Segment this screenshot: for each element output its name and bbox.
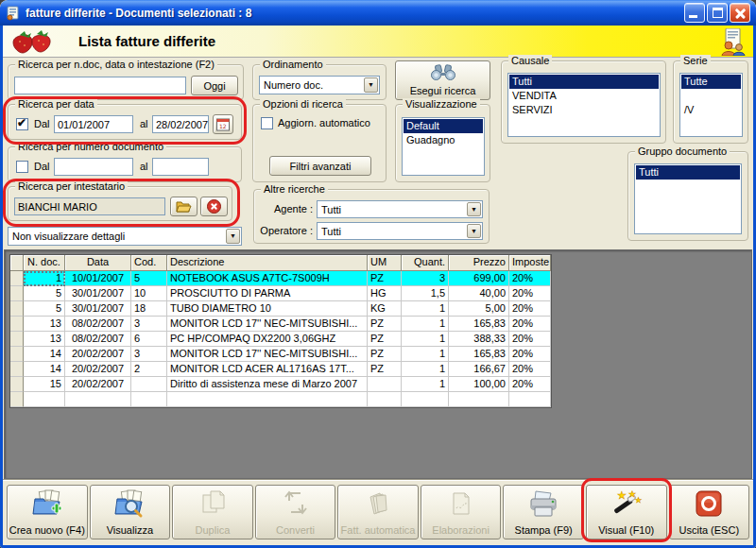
table-cell: MONITOR LCD 17'' NEC-MITSUBISHI...: [167, 317, 368, 332]
strawberries-icon: [10, 29, 58, 54]
table-cell: PC HP/COMPAQ DX2200 3,06GHZ: [167, 332, 368, 347]
table-row[interactable]: 1420/02/20072MONITOR LCD ACER AL1716AS 1…: [10, 362, 551, 377]
group-gruppo-documento: Gruppo documento Tutti: [627, 151, 748, 241]
process-page-icon: [446, 489, 476, 520]
table-cell: 30/01/2007: [65, 286, 131, 301]
client-area: Ricerca per n.doc, data o intestazione (…: [3, 59, 753, 545]
grid-panel: N. doc.DataCod.DescrizioneUMQuant.Prezzo…: [4, 249, 752, 479]
table-cell: 5: [131, 271, 167, 286]
list-item[interactable]: [681, 89, 741, 103]
table-row[interactable]: 530/01/200710PROSCIUTTO DI PARMAHG1,540,…: [10, 286, 551, 301]
duplicate-label: Duplica: [196, 524, 231, 536]
table-cell: 40,00: [449, 286, 509, 301]
calendar-button[interactable]: 12: [213, 114, 233, 134]
app-icon: [6, 6, 21, 21]
table-cell: 10/01/2007: [65, 271, 131, 286]
numdoc-from-input[interactable]: [54, 158, 133, 176]
clear-intestatario-button[interactable]: [200, 197, 228, 216]
table-cell: UM: [368, 255, 402, 271]
svg-text:★: ★: [635, 496, 642, 505]
visual-button[interactable]: ★ ★ ★ Visual (F10): [586, 485, 667, 539]
table-cell: PZ: [368, 317, 402, 332]
table-cell: [402, 392, 449, 407]
row-indicator: [10, 301, 24, 317]
exit-button[interactable]: Uscita (ESC): [669, 485, 750, 539]
table-cell: 20/02/2007: [65, 362, 131, 377]
table-cell: 20/02/2007: [65, 377, 131, 392]
table-row[interactable]: 1308/02/20073MONITOR LCD 17'' NEC-MITSUB…: [10, 317, 551, 332]
table-row[interactable]: 1420/02/20073MONITOR LCD 17'' NEC-MITSUB…: [10, 347, 551, 362]
table-row[interactable]: 1308/02/20076PC HP/COMPAQ DX2200 3,06GHZ…: [10, 332, 551, 347]
window-frame: Lista fatture differite Ricerca per n.do…: [0, 26, 756, 548]
date-from-input[interactable]: 01/01/2007: [54, 115, 133, 133]
convert-button[interactable]: Converti: [255, 485, 336, 539]
create-new-label: Crea nuovo (F4): [9, 524, 85, 536]
table-cell: Cod.: [131, 255, 167, 271]
date-to-input[interactable]: 28/02/2007: [152, 115, 209, 133]
auto-refresh-label: Aggiorn. automatico: [278, 117, 370, 128]
list-item[interactable]: Default: [404, 119, 483, 133]
group-serie: Serie Tutte/V: [673, 60, 748, 144]
minimize-button[interactable]: [684, 3, 705, 23]
search-input[interactable]: [14, 77, 186, 94]
table-cell: 13: [24, 317, 65, 332]
table-cell: 100,00: [449, 377, 509, 392]
visualizzazione-listbox: DefaultGuadagno: [402, 117, 485, 176]
duplicate-button[interactable]: Duplica: [172, 485, 253, 539]
table-cell: KG: [368, 301, 402, 317]
pick-intestatario-button[interactable]: [170, 197, 198, 216]
print-label: Stampa (F9): [515, 524, 573, 536]
table-row[interactable]: 1520/02/2007Diritto di assistenza mese d…: [10, 377, 551, 392]
close-button[interactable]: [730, 3, 750, 23]
create-new-button[interactable]: Crea nuovo (F4): [7, 485, 88, 539]
exit-label: Uscita (ESC): [679, 524, 740, 536]
magic-wand-icon: ★ ★ ★: [610, 489, 644, 520]
maximize-button[interactable]: [707, 3, 728, 23]
run-search-button[interactable]: Esegui ricerca: [395, 60, 490, 100]
agente-combobox[interactable]: Tutti ▼: [317, 200, 483, 218]
list-item[interactable]: Tutti: [509, 75, 659, 89]
table-cell: 1: [402, 362, 449, 377]
numdoc-checkbox[interactable]: [16, 161, 28, 173]
documents-table: N. doc.DataCod.DescrizioneUMQuant.Prezzo…: [9, 254, 552, 408]
advanced-filters-button[interactable]: Filtri avanzati: [269, 156, 371, 176]
ordinamento-combobox[interactable]: Numero doc. ▼: [259, 76, 380, 94]
numdoc-to-input[interactable]: [152, 158, 209, 176]
group-intestatario: Ricerca per intestatario BIANCHI MARIO: [8, 186, 232, 221]
auto-refresh-checkbox[interactable]: [261, 117, 273, 129]
table-cell: 08/02/2007: [65, 317, 131, 332]
table-cell: 14: [24, 347, 65, 362]
view-button[interactable]: Visualizza: [90, 485, 171, 539]
list-item[interactable]: SERVIZI: [509, 103, 659, 117]
list-item[interactable]: /V: [681, 103, 741, 117]
table-cell: [167, 392, 368, 407]
window-title: fatture differite - Documenti selezionat…: [26, 7, 251, 20]
print-button[interactable]: Stampa (F9): [503, 485, 584, 539]
row-indicator: [10, 271, 24, 286]
intestatario-input[interactable]: BIANCHI MARIO: [14, 197, 165, 215]
contacts-icon[interactable]: [717, 28, 746, 56]
table-cell: Data: [65, 255, 131, 271]
list-item[interactable]: Tutte: [681, 75, 741, 89]
convert-arrows-icon: [280, 489, 310, 518]
today-button[interactable]: Oggi: [191, 76, 238, 95]
list-item[interactable]: VENDITA: [509, 89, 659, 103]
list-item[interactable]: Guadagno: [404, 133, 483, 147]
auto-invoice-button[interactable]: Fatt. automatica: [337, 485, 419, 539]
group-altre-ricerche-label: Altre ricerche: [261, 183, 328, 195]
convert-label: Converti: [276, 524, 315, 536]
table-cell: 20%: [509, 377, 551, 392]
chevron-down-icon: ▼: [467, 224, 481, 238]
operatore-combobox[interactable]: Tutti ▼: [317, 222, 483, 240]
table-row[interactable]: 110/01/20075NOTEBOOK ASUS A7TC-7S009HPZ3…: [10, 271, 551, 286]
svg-text:12: 12: [219, 123, 227, 129]
list-item[interactable]: Tutti: [636, 165, 740, 180]
table-cell: 3: [131, 317, 167, 332]
operatore-label: Operatore :: [254, 225, 313, 236]
date-checkbox[interactable]: ✔: [16, 118, 28, 130]
table-row[interactable]: 530/01/200718TUBO DIAMETRO 10KG15,0020%: [10, 301, 551, 317]
details-combobox[interactable]: Non visualizzare dettagli ▼: [8, 227, 242, 246]
table-cell: NOTEBOOK ASUS A7TC-7S009H: [167, 271, 368, 286]
processing-button[interactable]: Elaborazioni: [421, 485, 502, 539]
table-cell: 1,5: [402, 286, 449, 301]
